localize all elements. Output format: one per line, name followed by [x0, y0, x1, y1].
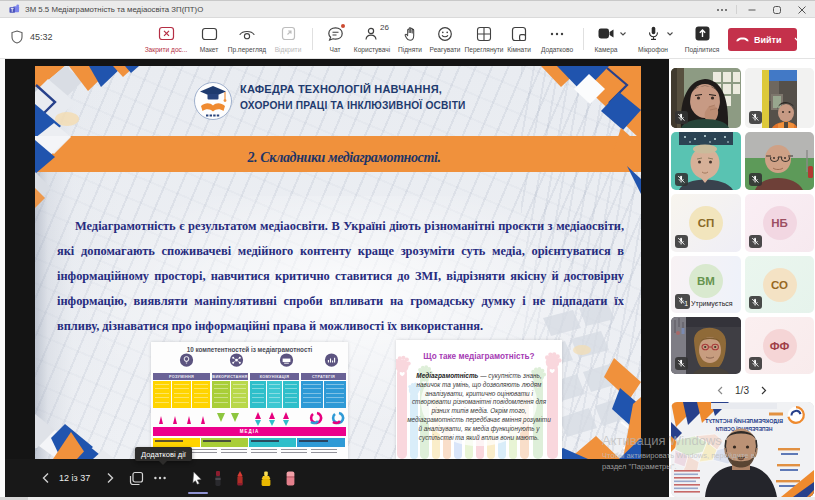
mic-muted-icon: [675, 357, 688, 370]
presenter-logo-text: [769, 413, 783, 416]
participant-video-1[interactable]: [671, 68, 741, 128]
laser-pointer-icon: [213, 470, 223, 487]
slide-body: Медіаграмотність є результатом медіаосві…: [57, 214, 624, 339]
share-stage: КАФЕДРА ТЕХНОЛОГІЙ НАВЧАННЯ, ОХОРОНИ ПРА…: [5, 59, 669, 497]
participant-status: Утримується: [691, 300, 733, 307]
meeting-toolbar: 45:32 Закрити дос... Макет Пр.перегляд В…: [0, 18, 815, 59]
leave-chevron-icon: [793, 36, 802, 43]
red-pen-icon: [234, 470, 246, 487]
participant-video-2[interactable]: [745, 68, 814, 128]
mic-muted-icon: [749, 357, 762, 370]
presentation-more-icon: [153, 471, 167, 485]
mic-muted-icon: [749, 173, 762, 186]
cells-use: [212, 381, 248, 408]
cells-communication: [250, 381, 299, 408]
presentation-more-button[interactable]: [148, 466, 172, 490]
laser-tool-button[interactable]: [206, 466, 230, 490]
eraser-icon: [284, 470, 297, 487]
teams-window: ЗМ 5.5 Медіаграмотність та медіаосвіта З…: [0, 0, 815, 500]
slide-grid-icon: [129, 471, 144, 486]
cells-understanding: [153, 381, 210, 408]
mic-muted-icon: [675, 111, 688, 124]
participant-initials-vm[interactable]: ВМ 1 Утримується: [671, 256, 741, 313]
chevron-left-icon: [40, 472, 52, 484]
participant-video-3[interactable]: [671, 132, 741, 190]
more-actions-tooltip: Додаткові дії: [135, 447, 192, 461]
restore-button[interactable]: [767, 1, 787, 18]
highlighter-tool-button[interactable]: [254, 466, 278, 490]
more-actions-button[interactable]: Додатково: [529, 25, 585, 53]
cells-strategy: [301, 381, 346, 408]
participants-sidebar: СП НБ ВМ 1 Утримується СО: [669, 59, 815, 497]
pager-next-icon[interactable]: [759, 386, 768, 395]
whatis-title: Що таке медіаграмотність?: [396, 352, 562, 361]
media-band: МЕДІА: [153, 427, 346, 436]
camera-icon: [598, 28, 614, 39]
presenter-board-line1: ВІДОКРЕМЛЕНИЙ ІНСТИТУТ: [704, 417, 783, 424]
stop-share-icon: [158, 26, 175, 41]
participant-video-5[interactable]: [671, 317, 741, 374]
network-icon: [228, 352, 245, 369]
eraser-tool-button[interactable]: [278, 466, 302, 490]
strategy-icon: [323, 352, 340, 369]
participant-initials-sp[interactable]: СП: [671, 194, 741, 252]
participant-initials-so[interactable]: СО: [745, 256, 814, 313]
communication-icon: [278, 352, 295, 369]
department-logo: [193, 80, 233, 124]
participant-initials-nb[interactable]: НБ: [745, 194, 814, 252]
leave-button[interactable]: Вийти: [728, 28, 797, 51]
prev-slide-button[interactable]: [40, 459, 52, 497]
department-name: КАФЕДРА ТЕХНОЛОГІЙ НАВЧАННЯ, ОХОРОНИ ПРА…: [240, 83, 466, 111]
on-hold-icon: 1: [675, 294, 690, 309]
highlighter-icon: [259, 470, 273, 487]
mic-chevron-icon: [666, 31, 674, 37]
close-button[interactable]: [792, 1, 812, 18]
slide: КАФЕДРА ТЕХНОЛОГІЙ НАВЧАННЯ, ОХОРОНИ ПРА…: [35, 66, 641, 459]
participant-video-4[interactable]: [745, 132, 814, 190]
layout-icon: [201, 27, 218, 41]
cursor-selected-underline: [188, 492, 208, 494]
bulb-icon: [178, 352, 195, 369]
leave-label: Вийти: [754, 35, 782, 45]
infographic-bottom-row: [153, 438, 346, 447]
whatis-card: Що таке медіаграмотність? Медіаграмотніс…: [396, 340, 562, 459]
mic-icon: [648, 26, 659, 41]
presenter-video-image: ВІДОКРЕМЛЕНИЙ ІНСТИТУТ НЕПЕРЕРВНОЇ ОСВІТ…: [671, 402, 814, 497]
participant-initials-ff[interactable]: ФФ: [745, 317, 814, 374]
ellipsis-icon: [549, 26, 565, 42]
pager-prev-icon[interactable]: [716, 386, 725, 395]
pager-label: 1/3: [735, 385, 749, 396]
participants-icon: [364, 26, 380, 42]
minimize-icon: [747, 5, 757, 15]
minimize-button[interactable]: [742, 1, 762, 18]
pen-tool-button[interactable]: [228, 466, 252, 490]
hangup-icon: [735, 35, 750, 44]
mic-button[interactable]: Мікрофон: [625, 25, 681, 53]
mic-muted-icon: [675, 235, 688, 248]
svg-text:1: 1: [684, 299, 688, 306]
infographic-arrows: [151, 411, 348, 426]
presentation-bar: 12 із 37: [5, 459, 669, 497]
mic-muted-icon: [749, 235, 762, 248]
mic-muted-icon: [675, 173, 688, 186]
window-title: ЗМ 5.5 Медіаграмотність та медіаосвіта З…: [25, 5, 203, 14]
raise-hand-icon: [403, 26, 418, 42]
next-slide-button[interactable]: [104, 459, 116, 497]
presenter-video[interactable]: ВІДОКРЕМЛЕНИЙ ІНСТИТУТ НЕПЕРЕРВНОЇ ОСВІТ…: [671, 402, 814, 497]
slide-title: 2. Складники медіаграмотності.: [35, 150, 641, 166]
eye-icon: [238, 27, 256, 41]
mic-muted-icon: [749, 111, 762, 124]
timer-value: 45:32: [30, 32, 53, 42]
more-dots-icon: [716, 4, 728, 16]
restore-icon: [772, 5, 782, 15]
slide-counter-label: 12 із 37: [59, 473, 90, 483]
title-bar: ЗМ 5.5 Медіаграмотність та медіаосвіта З…: [0, 0, 815, 18]
chat-icon: [327, 26, 344, 42]
close-icon: [797, 5, 807, 15]
share-button[interactable]: Поділитися: [674, 25, 730, 53]
titlebar-divider: [736, 5, 737, 14]
slide-grid-button[interactable]: [124, 466, 148, 490]
gallery-pager: 1/3: [669, 382, 815, 398]
rooms-icon: [511, 26, 527, 42]
titlebar-more-button[interactable]: [712, 1, 732, 18]
